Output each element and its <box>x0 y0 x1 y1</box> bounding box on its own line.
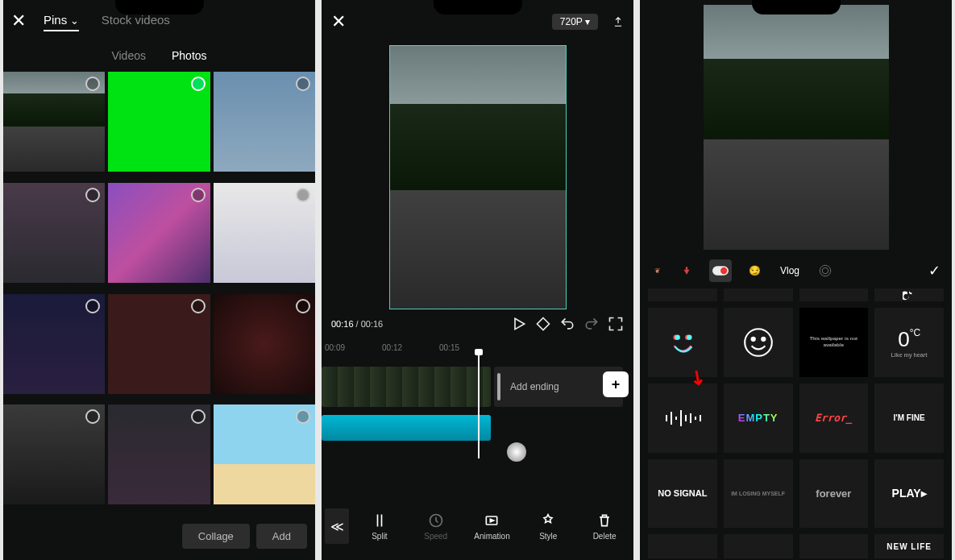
sticker-temperature[interactable]: 0°C Like my heart <box>874 308 944 377</box>
sticker-cat-toggle[interactable] <box>709 259 732 282</box>
sticker-smile-3d[interactable] <box>648 308 717 377</box>
select-circle-icon[interactable] <box>296 299 310 313</box>
close-icon[interactable]: ✕ <box>11 10 26 31</box>
svg-point-9 <box>687 335 691 340</box>
toolbar-back-icon[interactable]: ≪ <box>325 508 349 544</box>
tool-speed[interactable]: Speed <box>410 512 462 541</box>
phone-sticker-picker: ❦ 😏 Vlog ✓ This wallpaper is not availab… <box>640 0 952 560</box>
sticker-cat-vlog[interactable]: Vlog <box>777 259 803 282</box>
playback-controls: 00:16 / 00:16 <box>322 313 633 335</box>
close-icon[interactable]: ✕ <box>331 11 346 32</box>
photo-thumb[interactable] <box>214 72 315 172</box>
svg-point-3 <box>720 268 727 274</box>
sticker-grid[interactable]: This wallpaper is not available 0°C Like… <box>640 288 952 560</box>
playhead[interactable] <box>478 354 480 458</box>
svg-point-5 <box>822 268 828 274</box>
fullscreen-icon[interactable] <box>608 316 624 332</box>
sticker-wallpaper[interactable]: This wallpaper is not available <box>799 308 869 377</box>
phone-notch <box>115 0 204 15</box>
sticker-item[interactable] <box>724 288 793 301</box>
select-circle-icon[interactable] <box>191 409 206 424</box>
add-button[interactable]: Add <box>256 524 307 549</box>
svg-point-10 <box>745 329 772 356</box>
tool-animation[interactable]: Animation <box>467 512 518 541</box>
video-clip[interactable] <box>322 367 491 407</box>
keyframe-icon[interactable] <box>535 316 551 332</box>
select-circle-icon[interactable] <box>191 77 206 91</box>
sticker-newlife[interactable]: NEW LIFE <box>874 534 944 558</box>
redo-icon[interactable] <box>583 316 600 332</box>
sticker-imfine[interactable]: I'M FINE <box>874 384 944 453</box>
select-circle-icon[interactable] <box>85 409 100 424</box>
select-circle-icon[interactable] <box>191 299 206 313</box>
tool-split[interactable]: Split <box>354 512 405 541</box>
sticker-item-tiktok[interactable] <box>874 288 944 301</box>
tab-pins[interactable]: Pins <box>44 10 79 31</box>
sticker-empty[interactable]: EMPTY <box>724 384 793 453</box>
photo-thumb[interactable] <box>214 294 315 394</box>
collage-button[interactable]: Collage <box>182 524 250 549</box>
photo-thumb[interactable] <box>108 294 210 394</box>
sticker-smiley[interactable] <box>724 308 793 377</box>
sticker-item[interactable] <box>648 288 717 301</box>
select-circle-icon[interactable] <box>85 188 100 202</box>
select-circle-icon[interactable] <box>296 77 310 91</box>
photo-grid[interactable] <box>3 72 315 512</box>
animation-icon <box>484 512 500 529</box>
photo-thumb[interactable] <box>3 183 105 283</box>
playback-time: 00:16 / 00:16 <box>331 319 383 329</box>
sticker-forever[interactable]: forever <box>799 459 869 529</box>
sticker-item[interactable] <box>799 534 869 558</box>
photo-thumb[interactable] <box>108 183 210 283</box>
svg-point-11 <box>751 338 754 341</box>
photo-thumb-greenscreen[interactable] <box>108 72 210 172</box>
tool-style[interactable]: Style <box>522 512 574 541</box>
split-icon <box>372 512 388 529</box>
sticker-item[interactable] <box>648 534 717 558</box>
sticker-category-row: ❦ 😏 Vlog ✓ <box>640 253 952 288</box>
play-icon[interactable] <box>511 316 527 332</box>
select-circle-icon[interactable] <box>85 299 100 313</box>
subtab-videos[interactable]: Videos <box>111 49 146 62</box>
sticker-cat-emoji[interactable]: 😏 <box>743 259 766 282</box>
audio-clip[interactable] <box>322 415 491 441</box>
delete-icon <box>596 512 612 529</box>
media-type-tabs: Videos Photos <box>3 38 315 72</box>
speed-icon <box>428 512 444 529</box>
select-circle-icon[interactable] <box>191 188 206 202</box>
photo-thumb[interactable] <box>3 404 105 504</box>
confirm-icon[interactable]: ✓ <box>928 262 940 280</box>
tool-delete[interactable]: Delete <box>579 512 630 541</box>
photo-thumb[interactable] <box>3 294 105 394</box>
sticker-cat-spiral[interactable] <box>814 259 837 282</box>
video-preview[interactable] <box>389 45 567 309</box>
edit-toolbar: ≪ Split Speed Animation Style Delete <box>322 502 633 550</box>
undo-icon[interactable] <box>559 316 575 332</box>
sticker-losing[interactable]: IM LOSING MYSELF <box>724 459 793 529</box>
timeline-tracks[interactable]: Add ending + <box>322 357 633 502</box>
subtab-photos[interactable]: Photos <box>172 49 207 62</box>
ruler-tick: 00:09 <box>325 343 345 352</box>
sticker-nosignal[interactable]: NO SIGNAL <box>648 459 717 529</box>
sticker-soundwave[interactable]: ↘ <box>648 384 717 453</box>
select-circle-icon[interactable] <box>296 409 310 424</box>
sticker-play[interactable]: PLAY <box>874 459 944 529</box>
phone-media-picker: ✕ Pins Stock videos Videos Photos Collag… <box>3 0 315 560</box>
photo-thumb[interactable] <box>214 183 315 283</box>
photo-thumb[interactable] <box>3 72 105 172</box>
sticker-cat-arrow[interactable] <box>675 259 698 282</box>
sticker-item[interactable] <box>799 288 869 301</box>
add-clip-button[interactable]: + <box>603 371 629 397</box>
resolution-button[interactable]: 720P ▾ <box>552 14 598 30</box>
photo-thumb[interactable] <box>108 404 210 504</box>
video-preview[interactable] <box>704 5 889 250</box>
overlay-clip[interactable] <box>507 442 526 462</box>
sticker-item[interactable] <box>724 534 793 558</box>
sticker-error[interactable]: Error_ <box>799 384 869 453</box>
select-circle-icon[interactable] <box>85 77 100 91</box>
svg-point-12 <box>762 338 765 341</box>
select-circle-icon[interactable] <box>296 188 310 202</box>
export-icon[interactable] <box>612 16 624 27</box>
photo-thumb[interactable] <box>214 404 315 504</box>
sticker-cat-logo[interactable]: ❦ <box>651 259 664 282</box>
